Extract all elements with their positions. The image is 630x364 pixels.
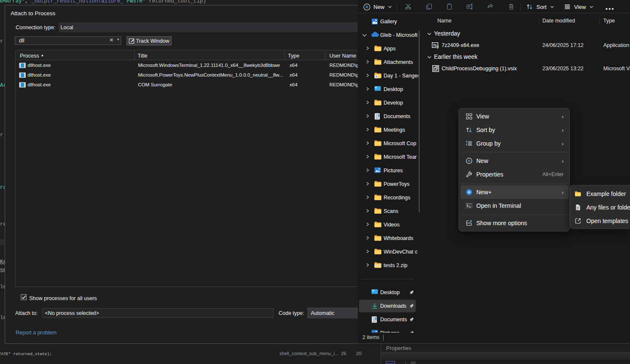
svg-text:7z: 7z — [433, 43, 437, 47]
